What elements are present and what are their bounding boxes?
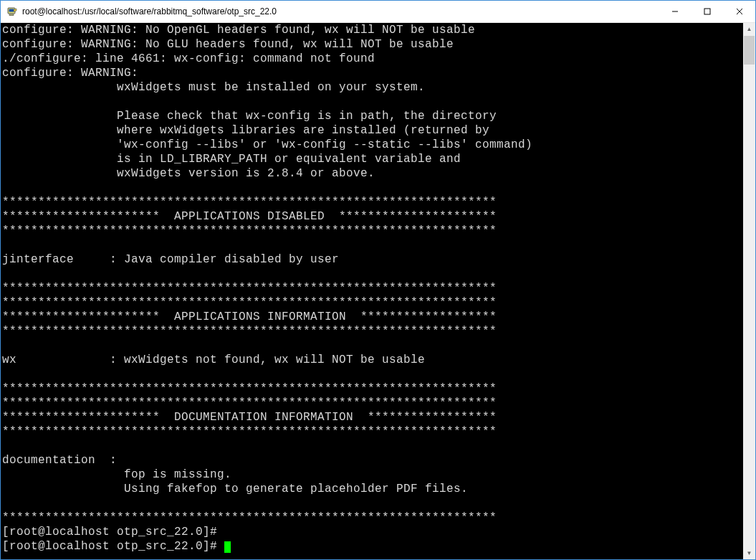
- vertical-scrollbar[interactable]: ▲ ▼: [743, 23, 755, 559]
- scroll-up-arrow[interactable]: ▲: [743, 23, 755, 35]
- maximize-button[interactable]: [691, 1, 723, 22]
- close-button[interactable]: [723, 1, 755, 22]
- window-title: root@localhost:/usr/local/software/rabbi…: [22, 6, 659, 16]
- cursor: [224, 541, 231, 553]
- svg-rect-2: [9, 14, 14, 16]
- window-controls: [659, 1, 755, 22]
- minimize-button[interactable]: [659, 1, 691, 22]
- scrollbar-thumb[interactable]: [744, 36, 755, 65]
- terminal-output[interactable]: configure: WARNING: No OpenGL headers fo…: [1, 23, 743, 559]
- terminal-area: configure: WARNING: No OpenGL headers fo…: [1, 23, 755, 559]
- titlebar[interactable]: root@localhost:/usr/local/software/rabbi…: [1, 1, 755, 23]
- svg-rect-4: [704, 9, 710, 14]
- svg-rect-1: [9, 9, 14, 12]
- putty-icon: [6, 6, 18, 17]
- scroll-down-arrow[interactable]: ▼: [743, 547, 755, 559]
- terminal-window: root@localhost:/usr/local/software/rabbi…: [0, 0, 756, 560]
